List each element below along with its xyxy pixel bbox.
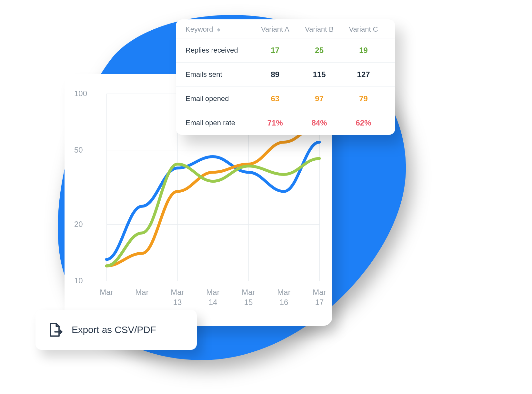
row-variant-c: 127 — [341, 70, 386, 79]
table-row: Replies received172519 — [176, 38, 395, 63]
x-tick-label: Mar17 — [305, 287, 334, 307]
export-button[interactable]: Export as CSV/PDF — [35, 310, 197, 350]
table-row: Email open rate71%84%62% — [176, 111, 395, 135]
export-label: Export as CSV/PDF — [72, 324, 156, 335]
series-line — [106, 142, 319, 259]
x-tick-label: Mar15 — [234, 287, 263, 307]
table-row: Email opened639779 — [176, 87, 395, 111]
export-icon — [46, 321, 63, 338]
table-header-variant-a: Variant A — [253, 25, 297, 34]
x-tick-label: Mar — [92, 287, 121, 297]
y-tick-label: 20 — [74, 220, 83, 229]
row-variant-a: 71% — [253, 118, 297, 127]
row-variant-b: 97 — [297, 94, 341, 103]
table-header-keyword-label: Keyword — [186, 25, 213, 33]
series-line — [106, 158, 319, 266]
row-variant-b: 115 — [297, 70, 341, 79]
row-variant-b: 25 — [297, 46, 341, 55]
row-label: Email opened — [186, 95, 253, 103]
table-body: Replies received172519Emails sent8911512… — [176, 38, 395, 135]
row-label: Replies received — [186, 46, 253, 55]
row-variant-c: 79 — [341, 94, 386, 103]
table-header-variant-b: Variant B — [297, 25, 341, 34]
grid-horizontal — [106, 281, 319, 281]
row-variant-a: 63 — [253, 94, 297, 103]
x-tick-label: Mar — [127, 287, 156, 297]
row-label: Emails sent — [186, 70, 253, 79]
variant-stats-table: Keyword Variant A Variant B Variant C Re… — [176, 19, 395, 135]
y-tick-label: 10 — [74, 276, 83, 285]
table-row: Emails sent89115127 — [176, 63, 395, 87]
table-header-row: Keyword Variant A Variant B Variant C — [176, 19, 395, 38]
chart-x-labels: MarMarMar13Mar14Mar15Mar16Mar17 — [106, 287, 319, 313]
row-variant-a: 17 — [253, 46, 297, 55]
row-variant-c: 62% — [341, 118, 386, 127]
x-tick-label: Mar14 — [198, 287, 227, 307]
row-variant-b: 84% — [297, 118, 341, 127]
row-label: Email open rate — [186, 119, 253, 127]
x-tick-label: Mar13 — [163, 287, 192, 307]
sort-icon[interactable] — [217, 28, 220, 32]
row-variant-a: 89 — [253, 70, 297, 79]
x-tick-label: Mar16 — [269, 287, 298, 307]
series-line — [106, 125, 319, 266]
table-header-keyword[interactable]: Keyword — [186, 25, 253, 34]
table-header-variant-c: Variant C — [341, 25, 386, 34]
y-tick-label: 100 — [74, 89, 87, 98]
y-tick-label: 50 — [74, 146, 83, 155]
row-variant-c: 19 — [341, 46, 386, 55]
